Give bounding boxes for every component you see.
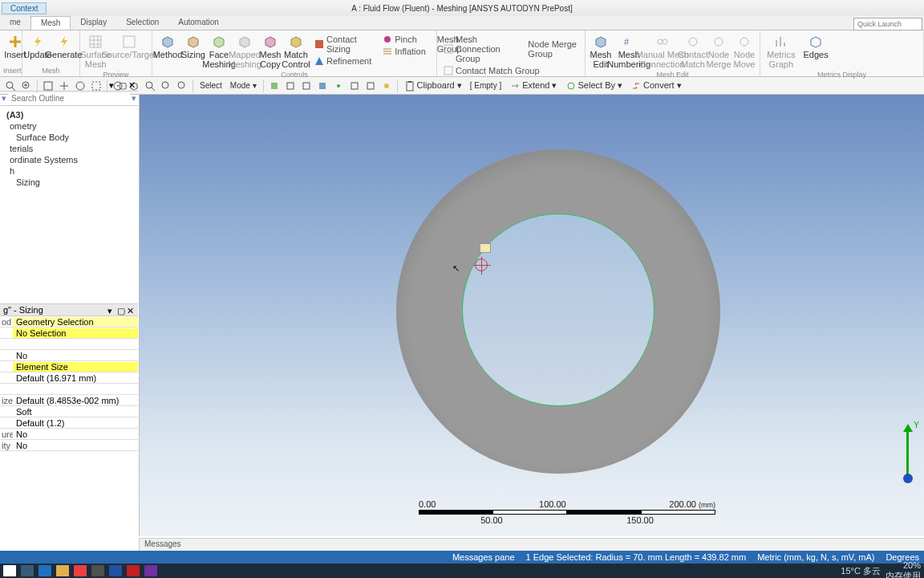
sel-body-button[interactable]	[315, 79, 330, 93]
look-at-button[interactable]	[143, 79, 157, 93]
close-icon[interactable]: ✕	[127, 306, 135, 314]
edges-button[interactable]: Edges	[800, 32, 831, 71]
tree-item-surface-body[interactable]: Surface Body	[2, 132, 136, 143]
sel-edge-button[interactable]	[283, 79, 298, 93]
svg-point-20	[162, 82, 168, 88]
inflation-button[interactable]: Inflation	[381, 46, 428, 57]
details-row-value[interactable]: No	[13, 429, 138, 439]
next-icon[interactable]: ▾	[0, 93, 8, 104]
tab-selection[interactable]: Selection	[116, 16, 168, 30]
viewport[interactable]: ↖ 0.00 100.00 200.00 (mm) 50.00 150.00 Y	[139, 95, 924, 536]
extend-dropdown[interactable]: Extend ▾	[506, 80, 560, 92]
match-control-button[interactable]: Match Control	[284, 32, 308, 71]
triad[interactable]: Y	[897, 429, 919, 488]
chrome-icon[interactable]	[74, 565, 87, 576]
next-view-button[interactable]	[175, 79, 189, 93]
mapped-meshing-label: Mapped Meshing	[228, 50, 261, 69]
clipboard-label: Clipboard ▾	[417, 80, 462, 91]
details-row[interactable]	[0, 339, 138, 350]
sel-node-button[interactable]	[331, 79, 346, 93]
tree-item-materials[interactable]: terials	[2, 143, 136, 154]
context-tab[interactable]: Context	[2, 2, 47, 14]
messages-pane-header[interactable]: Messages	[139, 538, 924, 551]
outline-search-input[interactable]	[8, 93, 130, 104]
chevron-down-icon[interactable]: ▾	[109, 80, 117, 88]
details-row-value[interactable]: Soft	[13, 407, 138, 417]
details-row[interactable]: No	[0, 350, 138, 361]
maximize-icon[interactable]: ▢	[117, 306, 125, 314]
details-row-value[interactable]: Geometry Selection	[13, 317, 138, 327]
outline-tree[interactable]: (A3) ometry Surface Body terials ordinat…	[0, 106, 138, 191]
details-row-value[interactable]: Default (16.971 mm)	[13, 373, 138, 383]
status-messages-pane[interactable]: Messages pane	[452, 552, 515, 562]
explorer-icon[interactable]	[56, 565, 69, 576]
select-label[interactable]: Select	[197, 81, 225, 90]
source-target-label: Source/Target	[101, 50, 156, 59]
tree-root[interactable]: (A3)	[2, 109, 136, 120]
tree-item-coord-systems[interactable]: ordinate Systems	[2, 154, 136, 165]
sel-vertex-button[interactable]	[267, 79, 282, 93]
sel-highlight-button[interactable]	[379, 79, 394, 93]
taskview-icon[interactable]	[21, 565, 34, 576]
details-row[interactable]: Element Size	[0, 361, 138, 372]
sel-elem2-button[interactable]	[363, 79, 378, 93]
details-row-value[interactable]: Default (1.2)	[13, 418, 138, 428]
convert-dropdown[interactable]: Convert ▾	[627, 80, 685, 92]
details-header: g" - Sizing ▾ ▢ ✕	[0, 303, 138, 316]
details-row[interactable]: Default (1.2)	[0, 417, 138, 429]
insert-group-label: Insert	[3, 67, 18, 75]
weather-widget[interactable]: 15°C 多云	[841, 565, 881, 577]
sel-element-button[interactable]	[347, 79, 362, 93]
taskbar[interactable]: 15°C 多云 20%内存使用	[0, 564, 924, 578]
chevron-down-icon[interactable]: ▾	[107, 306, 116, 314]
app2-icon[interactable]	[144, 565, 157, 576]
edge-icon[interactable]	[38, 565, 51, 576]
tree-item-geometry[interactable]: ometry	[2, 120, 136, 132]
details-row-value[interactable]: Element Size	[13, 362, 138, 372]
ring-inner-edge[interactable]	[462, 214, 654, 406]
word-icon[interactable]	[109, 565, 122, 576]
plus-icon	[7, 34, 23, 50]
quick-launch-input[interactable]	[853, 18, 922, 31]
details-row-value[interactable]: No	[13, 351, 138, 360]
tree-item-sizing[interactable]: Sizing	[2, 177, 136, 188]
svg-rect-23	[287, 83, 294, 89]
refinement-button[interactable]: Refinement	[313, 55, 373, 67]
prev-view-button[interactable]	[159, 79, 173, 93]
details-row-value[interactable]: No	[13, 441, 138, 450]
select-by-dropdown[interactable]: Select By ▾	[562, 80, 626, 92]
mesh-copy-button[interactable]: Mesh Copy	[258, 32, 282, 71]
dot-icon	[383, 35, 392, 44]
pinch-button[interactable]: Pinch	[381, 34, 428, 45]
maximize-icon[interactable]: ▢	[119, 80, 127, 88]
method-button[interactable]: Method	[156, 32, 180, 71]
sel-face-button[interactable]	[299, 79, 314, 93]
record-icon[interactable]	[127, 565, 140, 576]
edges-label: Edges	[803, 50, 828, 59]
details-row[interactable]: Default (16.971 mm)	[0, 372, 138, 384]
tab-home[interactable]: me	[0, 16, 30, 30]
tab-mesh[interactable]: Mesh	[30, 16, 71, 30]
clipboard-dropdown[interactable]: Clipboard ▾	[401, 80, 465, 92]
tab-automation[interactable]: Automation	[168, 16, 229, 30]
tree-item-mesh[interactable]: h	[2, 165, 136, 177]
app-icon[interactable]	[91, 565, 104, 576]
details-row[interactable]: No Selection	[0, 328, 138, 339]
details-row[interactable]: izeDefault (8.4853e-002 mm)	[0, 395, 138, 406]
empty-label[interactable]: [ Empty ]	[467, 81, 505, 90]
mode-dropdown[interactable]: Mode ▾	[227, 81, 260, 90]
details-row[interactable]: ityNo	[0, 440, 138, 451]
details-row[interactable]: odGeometry Selection	[0, 316, 138, 328]
tab-display[interactable]: Display	[71, 16, 116, 30]
generate-button[interactable]: Generate	[51, 32, 76, 67]
details-grid[interactable]: odGeometry SelectionNo SelectionNoElemen…	[0, 316, 138, 451]
start-icon[interactable]	[3, 565, 16, 576]
details-row[interactable]: ureNo	[0, 429, 138, 440]
details-row-value[interactable]: No Selection	[13, 328, 138, 338]
search-options-icon[interactable]: ▾	[130, 93, 138, 104]
details-row-value[interactable]: Default (8.4853e-002 mm)	[13, 396, 138, 405]
close-icon[interactable]: ✕	[128, 80, 136, 88]
details-row[interactable]: Soft	[0, 406, 138, 417]
details-row[interactable]	[0, 384, 138, 395]
contact-sizing-button[interactable]: Contact Sizing	[313, 34, 373, 55]
